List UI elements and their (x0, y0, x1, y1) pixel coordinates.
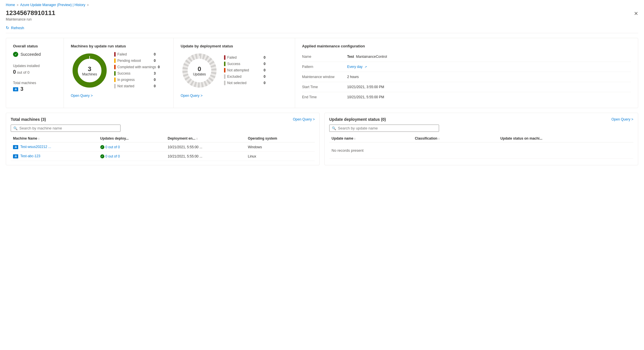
updates-sort-classification[interactable]: Classification ↕ (415, 136, 440, 140)
legend-item-success: Success 3 (114, 71, 160, 76)
update-bar-success (224, 62, 225, 66)
breadcrumb-home[interactable]: Home (6, 3, 15, 7)
machines-table-open-query[interactable]: Open Query > (293, 117, 315, 121)
updates-table-header: Update deployment status (0) Open Query … (329, 117, 633, 122)
refresh-icon: ↻ (6, 25, 9, 30)
machines-donut-row: 3 Machines Failed 0 Pending reboot 0 (71, 52, 166, 90)
update-name-notselected: Not selected (227, 81, 262, 85)
legend-name-completedwarnings: Completed with warnings (117, 65, 156, 69)
updates-col-name[interactable]: Update name ↕ (329, 135, 412, 142)
badge-icon-2: ✓ (100, 154, 104, 158)
config-val-endtime: 10/21/2021, 5:55:00 PM (347, 95, 384, 99)
machine-name-1: 🖶 Test-wsus202212 ... (11, 142, 98, 152)
machine-updates-1: ✓ 0 out of 0 (98, 142, 165, 152)
machines-col-deployment[interactable]: Deployment en... ↕ (165, 135, 246, 142)
machines-search-icon: 🔍 (13, 126, 18, 130)
updates-sort-name[interactable]: Update name ↕ (332, 136, 356, 140)
update-legend-success: Success 0 (224, 62, 266, 66)
machines-col-updates: Updates deploy... (98, 135, 165, 142)
config-key-pattern: Pattern (302, 65, 343, 69)
legend-bar-failed (114, 52, 116, 57)
maintenance-panel-title: Applied maintenance configuration (302, 44, 631, 48)
legend-name-pendingreboot: Pending reboot (117, 59, 152, 63)
updates-data-table: Update name ↕ Classification ↕ Update st… (329, 135, 633, 159)
machines-donut: 3 Machines (71, 52, 108, 90)
breadcrumb-parent[interactable]: Azure Update Manager (Preview) | History (20, 3, 85, 7)
legend-bar-pendingreboot (114, 58, 116, 63)
external-link-icon: ↗ (364, 65, 367, 68)
machine-link-1[interactable]: Test-wsus202212 ... (20, 145, 51, 149)
table-row: 🖶 Test-wsus202212 ... ✓ 0 out of 0 10/21… (11, 142, 315, 152)
machine-server-icon-2: 🖶 (13, 154, 18, 158)
refresh-button[interactable]: ↻ Refresh (6, 25, 24, 30)
config-row-window: Maintenance window 2 hours (302, 72, 631, 82)
legend-val-inprogress: 0 (154, 78, 156, 82)
total-machines-label: Total machines (13, 81, 57, 85)
updates-chart-title: Update by deployment status (181, 44, 288, 48)
tables-row: Total machines (3) Open Query > 🔍 Machin… (6, 113, 638, 165)
sort-icon-deployment: ↕ (196, 137, 198, 140)
machines-open-query[interactable]: Open Query > (71, 94, 93, 98)
update-bar-notattempted (224, 68, 225, 73)
machine-updates-link-1[interactable]: 0 out of 0 (106, 145, 120, 149)
machine-badge-1: ✓ 0 out of 0 (100, 145, 120, 149)
overall-status-panel: Overall status ✓ Succeeded Updates insta… (6, 38, 64, 108)
pattern-link[interactable]: Every day ↗ (347, 65, 367, 69)
updates-donut: 0 Updates (181, 52, 218, 90)
toolbar: ↻ Refresh (0, 24, 644, 33)
status-row: Overall status ✓ Succeeded Updates insta… (6, 38, 638, 108)
update-name-failed: Failed (227, 55, 262, 60)
legend-val-notstarted: 0 (154, 84, 156, 88)
updates-table-open-query[interactable]: Open Query > (611, 117, 633, 121)
machines-donut-text: Machines (82, 72, 97, 76)
machine-link-2[interactable]: Test-abc-123 (20, 154, 40, 158)
config-val-pattern: Every day ↗ (347, 65, 367, 69)
updates-col-classification[interactable]: Classification ↕ (412, 135, 498, 142)
machines-table-card: Total machines (3) Open Query > 🔍 Machin… (6, 113, 320, 165)
sort-icon-name: ↕ (38, 137, 40, 140)
updates-installed-section: Updates installed 0 out of 0 (13, 64, 57, 75)
update-bar-notselected (224, 81, 225, 85)
legend-name-failed: Failed (117, 52, 152, 56)
machine-updates-link-2[interactable]: 0 out of 0 (106, 154, 120, 158)
refresh-label: Refresh (11, 26, 24, 30)
legend-val-completedwarnings: 0 (158, 65, 160, 69)
breadcrumb-sep2: > (87, 3, 89, 7)
update-name-excluded: Excluded (227, 75, 262, 79)
machine-deployment-1: 10/21/2021, 5:55:00 ... (165, 142, 246, 152)
machines-donut-num: 3 (82, 66, 97, 72)
page-header: 12345678910111 Maintenance run ✕ (0, 8, 644, 24)
updates-search-input[interactable] (338, 126, 436, 130)
machine-updates-2: ✓ 0 out of 0 (98, 152, 165, 161)
machines-search-input[interactable] (19, 126, 118, 130)
close-button[interactable]: ✕ (634, 10, 638, 17)
config-table: Name Test MantainanceControl Pattern Eve… (302, 52, 631, 102)
status-succeeded: ✓ Succeeded (13, 52, 57, 57)
machine-name-2: 🖶 Test-abc-123 (11, 152, 98, 161)
config-key-name: Name (302, 55, 343, 59)
machine-server-icon-1: 🖶 (13, 145, 18, 149)
sort-icon-classification: ↕ (438, 137, 440, 140)
sort-icon-update: ↕ (354, 137, 356, 140)
update-val-failed: 0 (264, 55, 266, 60)
maintenance-panel: Applied maintenance configuration Name T… (295, 38, 638, 108)
legend-item-failed: Failed 0 (114, 52, 160, 57)
machines-search-box[interactable]: 🔍 (11, 125, 121, 132)
legend-val-success: 3 (154, 71, 156, 75)
update-legend-notattempted: Not attempted 0 (224, 68, 266, 73)
machines-sort-name[interactable]: Machine Name ↕ (13, 136, 40, 140)
update-legend-notselected: Not selected 0 (224, 81, 266, 85)
legend-name-notstarted: Not started (117, 84, 152, 88)
legend-bar-notstarted (114, 84, 116, 88)
config-row-pattern: Pattern Every day ↗ (302, 62, 631, 72)
legend-bar-success (114, 71, 116, 76)
updates-search-box[interactable]: 🔍 (329, 125, 439, 132)
no-records-message: No records present (332, 145, 631, 156)
machines-sort-deployment[interactable]: Deployment en... ↕ (168, 136, 198, 140)
legend-item-completedwarnings: Completed with warnings 0 (114, 65, 160, 69)
update-bar-excluded (224, 74, 225, 79)
updates-open-query[interactable]: Open Query > (181, 94, 203, 98)
legend-name-inprogress: In progress (117, 78, 152, 82)
config-row-name: Name Test MantainanceControl (302, 52, 631, 62)
machines-col-name[interactable]: Machine Name ↕ (11, 135, 98, 142)
